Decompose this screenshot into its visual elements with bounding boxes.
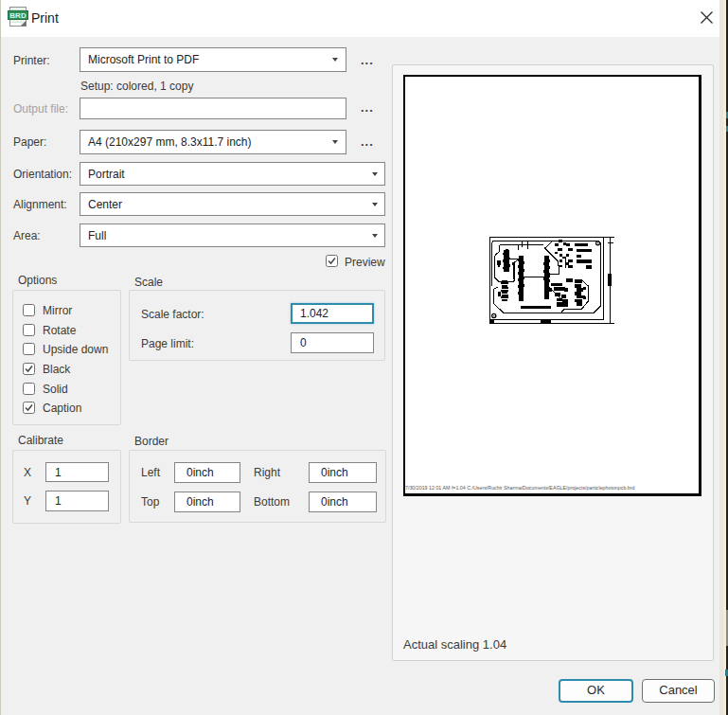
svg-text:BRD: BRD (9, 11, 27, 20)
